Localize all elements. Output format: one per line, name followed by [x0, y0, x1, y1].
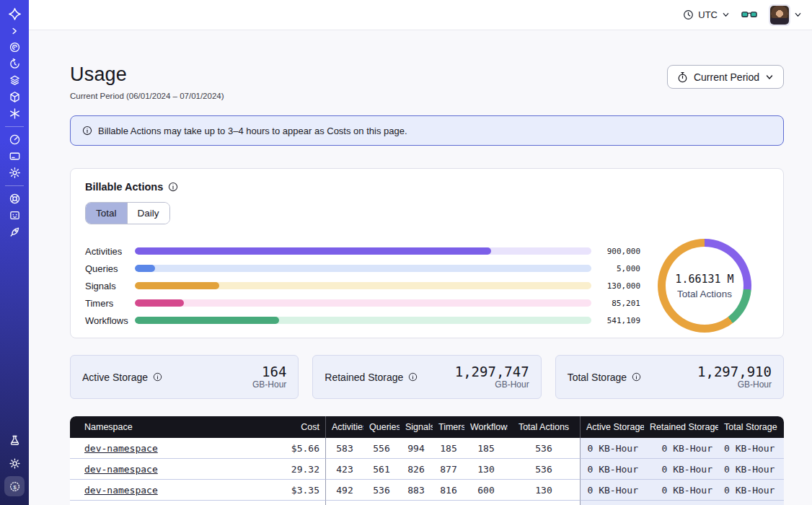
workflows-cell: 130	[464, 459, 508, 480]
chevron-down-icon	[722, 11, 730, 19]
col-total-storage[interactable]: Total Storage	[718, 416, 784, 438]
expand-chevron-icon[interactable]	[0, 22, 29, 39]
col-retained-storage[interactable]: Retained Storage	[644, 416, 718, 438]
info-icon[interactable]	[168, 182, 178, 192]
col-activities[interactable]: Activities	[326, 416, 363, 438]
bar-value: 85,201	[596, 299, 640, 308]
bar-track	[135, 247, 591, 255]
chevron-down-icon	[765, 73, 774, 82]
bar-row-signals: Signals 130,000	[85, 277, 640, 294]
col-active-storage[interactable]: Active Storage	[581, 416, 644, 438]
table-row: dev-namespace $5.66 583 556 994 185 185 …	[70, 438, 784, 459]
bar-fill	[135, 299, 184, 307]
page-header: Usage Current Period (06/01/2024 – 07/01…	[70, 63, 784, 100]
storage-value-block: 164 GB-Hour	[252, 364, 286, 390]
history-icon[interactable]	[0, 56, 29, 72]
temporal-logo-icon[interactable]	[0, 6, 29, 22]
col-cost[interactable]: Cost	[252, 416, 326, 438]
bar-track	[135, 282, 591, 289]
credit-card-icon[interactable]	[0, 148, 29, 164]
namespace-link[interactable]: dev-namespace	[84, 485, 158, 496]
bar-fill	[135, 247, 491, 255]
feedback-icon[interactable]	[0, 207, 29, 224]
asterisk-icon[interactable]	[0, 105, 29, 122]
period-button-label: Current Period	[694, 71, 759, 83]
bar-label: Queries	[85, 263, 131, 274]
gauge-icon[interactable]	[0, 131, 29, 148]
cost-cell: 29.32	[252, 459, 326, 480]
usage-billing-active-item[interactable]: $	[0, 475, 29, 498]
banner-text: Billable Actions may take up to 3–4 hour…	[98, 126, 407, 136]
chevron-down-icon	[794, 11, 802, 19]
avatar-background	[769, 4, 790, 26]
eye-icon[interactable]	[0, 39, 29, 56]
info-banner: Billable Actions may take up to 3–4 hour…	[70, 115, 784, 146]
storage-summary-row: Active Storage 164 GB-Hour Retained Stor…	[70, 355, 784, 399]
bar-value: 541,109	[596, 316, 640, 325]
bar-fill	[135, 282, 219, 289]
rocket-icon[interactable]	[0, 224, 29, 240]
retained-storage-cell: 0 KB-Hour	[644, 480, 718, 501]
tab-total[interactable]: Total	[86, 203, 127, 224]
storage-unit: GB-Hour	[252, 379, 286, 390]
sidebar-divider	[5, 185, 24, 186]
bar-row-queries: Queries 5,000	[85, 260, 640, 277]
lifebuoy-icon[interactable]	[0, 190, 29, 207]
storage-label: Active Storage	[82, 372, 162, 383]
info-icon[interactable]	[153, 372, 162, 382]
namespace-link[interactable]: dev-namespace	[84, 464, 158, 475]
bar-label: Signals	[85, 281, 131, 291]
layers-icon[interactable]	[0, 72, 29, 89]
dev-glasses-toggle[interactable]	[741, 9, 757, 20]
col-timers[interactable]: Timers	[433, 416, 464, 438]
activities-cell: 492	[326, 480, 363, 501]
active-storage-cell: 0 KB-Hour	[581, 459, 644, 480]
signals-cell: 826	[400, 459, 433, 480]
info-icon[interactable]	[408, 372, 418, 382]
queries-cell: 556	[363, 438, 400, 459]
namespace-link[interactable]: dev-namespace	[84, 443, 158, 454]
flask-icon[interactable]	[0, 429, 29, 452]
timers-cell: 185	[433, 438, 464, 459]
stopwatch-icon	[677, 71, 688, 83]
col-signals[interactable]: Signals	[400, 416, 433, 438]
total-storage-cell: 0 KB-Hour	[718, 480, 784, 501]
bar-track	[135, 299, 591, 307]
col-namespace[interactable]: Namespace	[70, 416, 252, 438]
cube-icon[interactable]	[0, 89, 29, 105]
gear-icon[interactable]	[0, 164, 29, 181]
col-workflows[interactable]: Workflows	[464, 416, 508, 438]
storage-label: Total Storage	[568, 372, 642, 383]
queries-cell: 536	[363, 480, 400, 501]
main-content: Usage Current Period (06/01/2024 – 07/01…	[29, 30, 812, 505]
storage-label-text: Active Storage	[82, 372, 148, 383]
tab-daily[interactable]: Daily	[127, 203, 169, 224]
sun-icon[interactable]	[0, 452, 29, 475]
bar-track	[135, 317, 591, 324]
col-total-actions[interactable]: Total Actions	[508, 416, 581, 438]
billable-chart-area: Activities 900,000 Queries 5,000 Signals…	[85, 239, 769, 333]
table-row: dev-namespace 29.32 423 561 826 877 130 …	[70, 459, 784, 480]
page-title: Usage	[70, 63, 224, 86]
cost-cell: $5.66	[252, 438, 326, 459]
timers-cell: 877	[433, 459, 464, 480]
storage-value-block: 1,297,910 GB-Hour	[697, 364, 772, 390]
glasses-icon	[741, 9, 757, 20]
table-row: dev-namespace $3.35 492 536 883 816 600 …	[70, 480, 784, 501]
active-storage-cell: 0 KB-Hour	[581, 480, 644, 501]
account-menu[interactable]	[769, 4, 802, 26]
bar-row-timers: Timers 85,201	[85, 294, 640, 312]
retained-storage-cell: 0 KB-Hour	[644, 438, 718, 459]
timezone-selector[interactable]: UTC	[683, 9, 730, 20]
col-queries[interactable]: Queries	[363, 416, 400, 438]
period-selector-button[interactable]: Current Period	[667, 65, 784, 89]
total-storage-cell: 0 KB-Hour	[718, 438, 784, 459]
info-icon[interactable]	[632, 372, 641, 382]
activities-cell: 583	[326, 438, 363, 459]
bar-label: Timers	[85, 298, 131, 309]
donut-total-label: Total Actions	[677, 289, 732, 299]
donut-chart-area: 1.66131 M Total Actions	[640, 239, 769, 333]
sidebar: $	[0, 0, 29, 505]
bar-row-activities: Activities 900,000	[85, 242, 640, 260]
topbar: UTC	[29, 0, 812, 30]
